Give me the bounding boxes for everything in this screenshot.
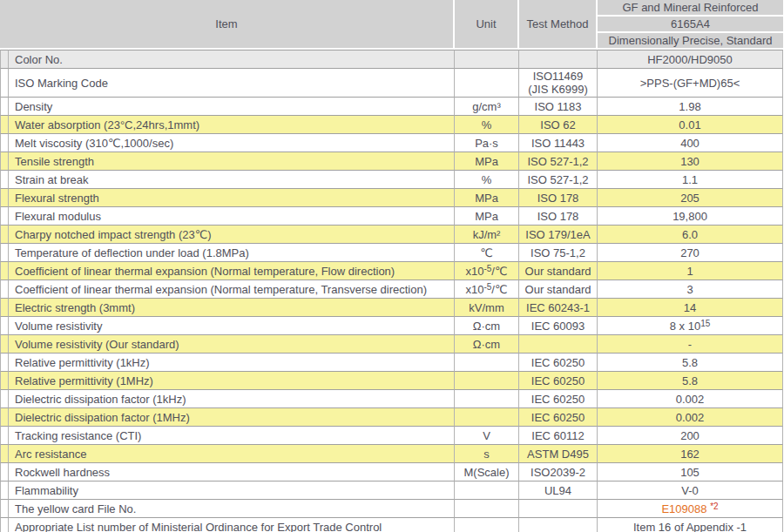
test-method-cell: ISO 75-1,2 [519, 244, 598, 262]
unit-cell: Pa·s [455, 134, 519, 152]
value-cell: - [598, 335, 783, 354]
row-indent-cell [0, 50, 9, 69]
test-method-cell: IEC 60093 [519, 317, 598, 335]
unit-cell: Ω·cm [455, 317, 519, 335]
unit-cell [455, 408, 519, 427]
value-cell: 5.8 [598, 372, 783, 390]
unit-cell: V [455, 427, 519, 445]
value-cell: 3 [598, 280, 783, 299]
row-indent-cell [0, 463, 9, 481]
table-row: Flexural modulus MPa ISO 178 19,800 [0, 207, 783, 226]
unit-cell: kJ/m² [455, 226, 519, 244]
row-indent-cell [0, 354, 9, 372]
row-indent-cell [0, 244, 9, 262]
item-cell: Rockwell hardness [9, 463, 455, 481]
item-cell: Coefficient of linear thermal expansion … [9, 280, 455, 299]
test-method-cell: ISO 178 [519, 207, 598, 226]
test-method-cell: IEC 60250 [519, 372, 598, 390]
test-method-cell: ISO 179/1eA [519, 226, 598, 244]
row-indent-cell [0, 207, 9, 226]
item-cell: Volume resistivity (Our standard) [9, 335, 455, 354]
table-row: Coefficient of linear thermal expansion … [0, 280, 783, 299]
row-indent-cell [0, 280, 9, 299]
item-cell: Electric strength (3mmt) [9, 299, 455, 317]
unit-cell: g/cm³ [455, 98, 519, 116]
row-indent-cell [0, 317, 9, 335]
table-row: Tracking resistance (CTI) V IEC 60112 20… [0, 427, 783, 445]
test-method-cell: ISO 178 [519, 189, 598, 207]
value-cell: 0.002 [598, 408, 783, 427]
row-indent-cell [0, 226, 9, 244]
datasheet-page: Item Unit Test Method GF and Mineral Rei… [0, 0, 784, 532]
item-cell: Flexural modulus [9, 207, 455, 226]
item-cell: Flammability [9, 481, 455, 500]
product-grade-header: 6165A4 [598, 17, 783, 33]
test-method-cell [519, 500, 598, 518]
table-row: Melt viscosity (310℃,1000/sec) Pa·s ISO … [0, 134, 783, 152]
value-cell: 6.0 [598, 226, 783, 244]
table-row: Temperature of deflection under load (1.… [0, 244, 783, 262]
unit-cell [455, 69, 519, 98]
item-cell: Tensile strength [9, 152, 455, 171]
item-cell: Arc resistance [9, 445, 455, 463]
unit-cell: MPa [455, 207, 519, 226]
table-row: Density g/cm³ ISO 1183 1.98 [0, 98, 783, 116]
test-method-cell: ISO11469 (JIS K6999) [519, 69, 598, 98]
value-cell: 162 [598, 445, 783, 463]
table-row: Water absorption (23°C,24hrs,1mmt) % ISO… [0, 116, 783, 134]
value-cell: Item 16 of Appendix -1 [598, 518, 783, 532]
table-row: Charpy notched impact strength (23℃) kJ/… [0, 226, 783, 244]
table-row: Dielectric dissipation factor (1kHz) IEC… [0, 390, 783, 408]
item-cell: Tracking resistance (CTI) [9, 427, 455, 445]
row-indent-cell [0, 134, 9, 152]
value-cell: 130 [598, 152, 783, 171]
table-header: Item Unit Test Method GF and Mineral Rei… [0, 0, 783, 50]
unit-cell [455, 518, 519, 532]
row-indent-cell [0, 98, 9, 116]
value-cell: >PPS-(GF+MD)65< [598, 69, 783, 98]
test-method-cell: IEC 60250 [519, 390, 598, 408]
test-method-cell [519, 50, 598, 69]
row-indent-cell [0, 299, 9, 317]
row-indent-cell [0, 372, 9, 390]
test-method-cell [519, 335, 598, 354]
unit-cell: MPa [455, 189, 519, 207]
row-indent-cell [0, 335, 9, 354]
test-method-cell: Our standard [519, 262, 598, 280]
value-cell: 1 [598, 262, 783, 280]
value-cell: 200 [598, 427, 783, 445]
row-indent-cell [0, 445, 9, 463]
table-row: Electric strength (3mmt) kV/mm IEC 60243… [0, 299, 783, 317]
item-cell: Temperature of deflection under load (1.… [9, 244, 455, 262]
item-column-header: Item [0, 0, 455, 50]
value-cell: 105 [598, 463, 783, 481]
property-table-body: Color No. HF2000/HD9050 ISO Marking Code… [0, 50, 783, 532]
test-method-cell: ISO2039-2 [519, 463, 598, 481]
row-indent-cell [0, 481, 9, 500]
value-cell: V-0 [598, 481, 783, 500]
unit-cell: M(Scale) [455, 463, 519, 481]
item-cell: Density [9, 98, 455, 116]
unit-cell [455, 481, 519, 500]
product-type-header: Dimensionally Precise, Standard [598, 33, 783, 50]
item-cell: Volume resistivity [9, 317, 455, 335]
test-method-cell: IEC 60112 [519, 427, 598, 445]
row-indent-cell [0, 69, 9, 98]
table-row: Flammability UL94 V-0 [0, 481, 783, 500]
value-cell: 0.01 [598, 116, 783, 134]
header-row-1: Item Unit Test Method GF and Mineral Rei… [0, 0, 783, 17]
table-row: Volume resistivity (Our standard) Ω·cm - [0, 335, 783, 354]
item-cell: Flexural strength [9, 189, 455, 207]
row-indent-cell [0, 500, 9, 518]
value-cell: 14 [598, 299, 783, 317]
value-cell: HF2000/HD9050 [598, 50, 783, 69]
table-row: The yellow card File No. E109088 *2 [0, 500, 783, 518]
test-method-cell: ISO 11443 [519, 134, 598, 152]
value-cell: 1.1 [598, 171, 783, 189]
value-cell: 400 [598, 134, 783, 152]
row-indent-cell [0, 262, 9, 280]
item-cell: Strain at break [9, 171, 455, 189]
unit-cell [455, 390, 519, 408]
unit-cell [455, 500, 519, 518]
table-row: Relative permittivity (1kHz) IEC 60250 5… [0, 354, 783, 372]
